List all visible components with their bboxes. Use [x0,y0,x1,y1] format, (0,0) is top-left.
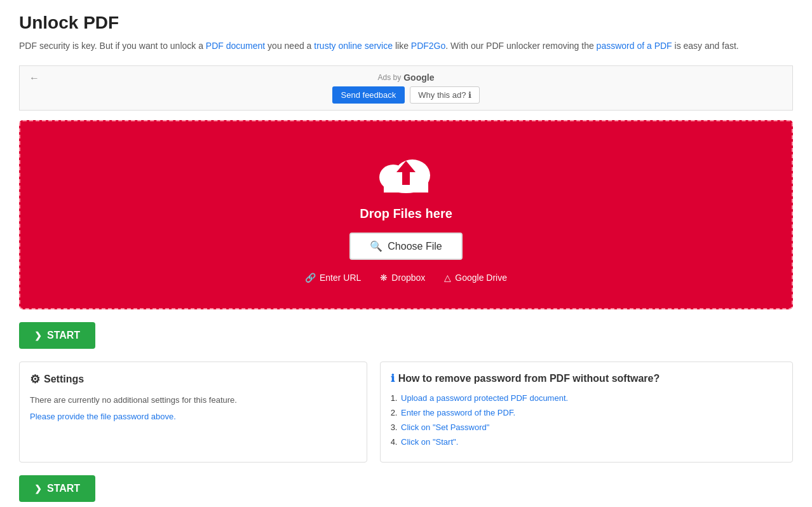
settings-panel: ⚙ Settings There are currently no additi… [19,362,367,463]
search-icon: 🔍 [370,240,382,252]
settings-provide-password-link[interactable]: Please provide the file password above. [30,412,176,421]
bottom-panels: ⚙ Settings There are currently no additi… [19,362,793,463]
page-title: Unlock PDF [19,13,793,33]
chevron-right-icon: ❯ [34,330,42,341]
page-wrapper: Unlock PDF PDF security is key. But if y… [0,0,812,507]
how-to-step: 3. Click on "Set Password" [391,422,782,432]
start-button-top[interactable]: ❯ START [19,322,95,349]
ad-area: ← Ads by Google Send feedback Why this a… [19,65,793,111]
gear-icon: ⚙ [30,372,40,386]
drop-files-text: Drop Files here [360,206,452,221]
google-drive-option[interactable]: △ Google Drive [444,273,507,283]
how-to-step: 2. Enter the password of the PDF. [391,408,782,417]
start-button-bottom[interactable]: ❯ START [19,475,95,502]
cloud-upload-icon [374,147,438,198]
how-to-step: 1. Upload a password protected PDF docum… [391,393,782,403]
ad-buttons: Send feedback Why this ad? ℹ [332,86,480,104]
chevron-right-icon-bottom: ❯ [34,483,42,494]
drop-zone[interactable]: Drop Files here 🔍 Choose File 🔗 Enter UR… [19,120,793,309]
how-to-panel-title: ℹ How to remove password from PDF withou… [391,372,782,384]
page-description: PDF security is key. But if you want to … [19,39,793,53]
how-to-steps: 1. Upload a password protected PDF docum… [391,393,782,447]
ad-back-arrow[interactable]: ← [29,72,39,84]
ad-by-google-label: Ads by Google [378,72,435,83]
settings-panel-title: ⚙ Settings [30,372,356,386]
dropbox-icon: ❋ [380,273,388,283]
dropbox-option[interactable]: ❋ Dropbox [380,273,425,283]
google-drive-icon: △ [444,273,451,283]
choose-file-button[interactable]: 🔍 Choose File [349,233,462,260]
enter-url-option[interactable]: 🔗 Enter URL [305,273,361,283]
how-to-panel: ℹ How to remove password from PDF withou… [380,362,793,463]
info-icon: ℹ [391,372,395,384]
send-feedback-button[interactable]: Send feedback [332,86,405,104]
settings-no-options-text: There are currently no additional settin… [30,395,356,405]
why-this-ad-button[interactable]: Why this ad? ℹ [410,86,480,104]
alt-upload-options: 🔗 Enter URL ❋ Dropbox △ Google Drive [305,273,507,283]
how-to-step: 4. Click on "Start". [391,437,782,447]
link-icon: 🔗 [305,273,316,283]
